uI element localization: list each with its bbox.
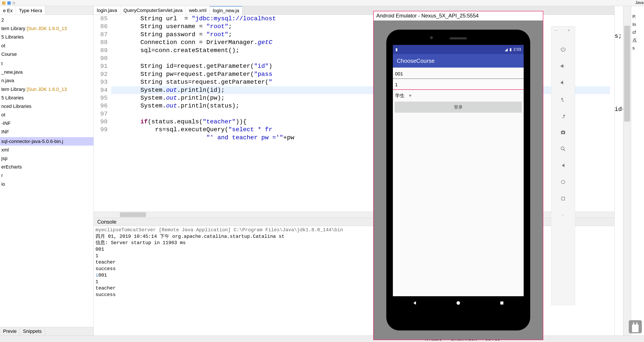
phone-camera [430,36,433,39]
power-icon[interactable] [559,45,568,54]
main-toolbar: ▢ ▢ ▢ Java [0,0,644,6]
login-button[interactable]: 登录 [394,102,522,113]
close-icon[interactable]: ✕ [564,26,573,35]
volume-up-icon[interactable] [559,62,568,70]
toolbar-icon[interactable]: ▢ [8,1,11,5]
code-fragment: s; [614,32,623,40]
volume-down-icon[interactable] [559,78,568,87]
dropdown-icon: ▾ [409,93,412,98]
app-title: ChooseCourse [397,58,434,64]
back-icon[interactable] [559,161,568,170]
line-gutter: 858687888990919293949596979899 [94,15,111,212]
id-input[interactable] [393,69,524,79]
minimize-icon[interactable]: — [551,26,560,35]
tree-item[interactable]: _new.java [0,68,94,76]
battery-icon: ▮ [510,47,512,52]
signal-icon: ◢ [505,47,508,52]
tree-item[interactable]: n.java [0,76,94,85]
emulator-toolbar: — ✕ ⋯ [551,26,575,305]
outline-label: In [632,20,643,28]
phone-screen[interactable]: ▮ ◢ ▮ 2:03 ChooseCourse 学生 ▾ [393,45,524,310]
tree-item[interactable]: jsp [0,154,94,162]
java-perspective-label[interactable]: Java [635,0,644,5]
tree-item[interactable]: io [0,180,94,188]
console-tab-label[interactable]: Console [97,219,116,225]
svg-point-0 [456,301,460,305]
role-spinner[interactable]: 学生 ▾ [393,91,524,100]
editor-tab[interactable]: login.java [94,6,120,14]
package-explorer-tab[interactable]: e Ex [0,6,16,14]
tree-item[interactable]: 5 Libraries [0,94,94,102]
emulator-body: ▮ ◢ ▮ 2:03 ChooseCourse 学生 ▾ [374,20,543,340]
usb-device-icon[interactable] [629,320,642,333]
tree-item[interactable]: 2 [0,16,94,24]
tree-item[interactable]: nced Libraries [0,102,94,110]
outline-label: 点 [632,36,643,44]
emulator-title-bar[interactable]: Android Emulator - Nexus_5X_API_25:5554 [374,11,543,20]
rotate-right-icon[interactable] [559,112,568,120]
preview-tab[interactable]: Previe [0,327,20,336]
svg-point-4 [561,180,565,184]
overview-icon[interactable] [559,194,568,203]
tree-item[interactable]: -INF [0,119,94,128]
outline-label: P. [632,13,643,20]
toolbar-icon[interactable]: ▢ [2,1,6,5]
android-status-bar: ▮ ◢ ▮ 2:03 [393,45,524,54]
phone-device: ▮ ◢ ▮ 2:03 ChooseCourse 学生 ▾ [386,30,530,330]
editor-tab[interactable]: login_new.ja [210,6,242,14]
package-explorer: e Ex Type Hiera 2tem Library [Sun JDK 1.… [0,6,94,336]
editor-right-sliver: s; id+ [614,6,623,336]
tree-item[interactable]: t [0,59,94,68]
zoom-icon[interactable] [559,144,568,153]
tree-item[interactable]: tem Library [Sun JDK 1.6.0_13 [0,24,94,33]
scrollbar-thumb[interactable] [120,212,146,217]
code-fragment: id+ [614,106,623,113]
type-hierarchy-tab[interactable]: Type Hiera [16,6,45,14]
editor-vertical-scrollbar[interactable] [623,6,631,336]
spinner-value: 学生 [395,92,405,99]
toolbar-icon[interactable]: ▢ [13,1,16,5]
editor-tab[interactable]: web.xml [186,6,210,14]
home-button[interactable] [456,300,461,306]
android-emulator-window[interactable]: Android Emulator - Nexus_5X_API_25:5554 … [373,11,543,340]
tree-item[interactable]: tem Library [Sun JDK 1.6.0_13 [0,85,94,94]
android-nav-bar [393,296,524,310]
snippets-tab[interactable]: Snippets [20,327,45,336]
tree-item[interactable]: 5 Libraries [0,33,94,41]
editor-tab[interactable]: QueryComputerServlet.java [120,6,186,14]
clock-label: 2:03 [514,47,521,52]
tree-item[interactable]: ot [0,110,94,119]
svg-rect-1 [500,302,504,304]
tree-item[interactable]: Course [0,50,94,58]
status-bar: Writable Smart Insert 93 : 30 [0,336,644,342]
tree-item[interactable]: r [0,171,94,180]
outline-label: s [632,44,643,52]
scrollbar-thumb[interactable] [624,26,630,122]
camera-icon[interactable] [559,128,568,137]
tree-item[interactable]: erEcharts [0,162,94,171]
tree-item[interactable]: ot [0,42,94,50]
notification-icon: ▮ [396,47,398,52]
app-action-bar: ChooseCourse [393,54,524,68]
outline-panel: P.Incf点s [631,6,644,336]
tree-item[interactable]: xml [0,146,94,154]
tree-item[interactable]: INF [0,128,94,136]
password-input[interactable] [393,80,524,90]
home-icon[interactable] [559,178,568,186]
tree-item[interactable]: sql-connector-java-5.0.6-bin.j [0,137,94,146]
outline-label: cf [632,28,643,36]
perspective-switch[interactable]: Java [635,0,644,5]
project-tree[interactable]: 2tem Library [Sun JDK 1.6.0_13 5 Librari… [0,15,94,327]
svg-point-3 [561,147,564,150]
svg-rect-5 [562,197,565,200]
rotate-left-icon[interactable] [559,95,568,104]
back-button[interactable] [412,300,417,306]
svg-point-2 [562,132,564,134]
recents-button[interactable] [499,300,504,306]
more-icon[interactable]: ⋯ [559,211,568,220]
phone-speaker [450,37,467,40]
